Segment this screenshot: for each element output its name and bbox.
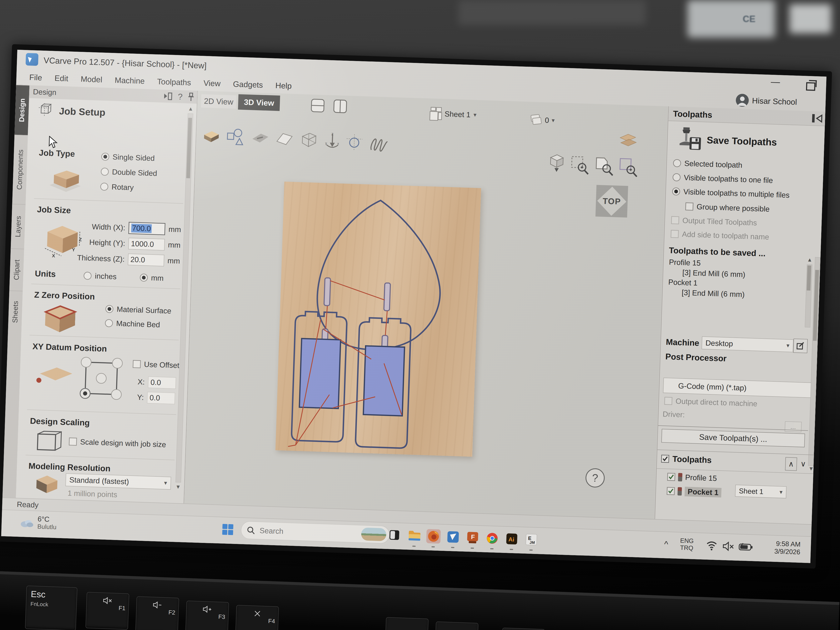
zoom-selection-icon[interactable] bbox=[569, 154, 591, 175]
zzero-material-surface[interactable]: Material Surface bbox=[105, 305, 171, 316]
vcarve-taskbar-icon[interactable] bbox=[446, 530, 460, 544]
material-3d-view[interactable] bbox=[275, 182, 481, 457]
toolpath-row-profile[interactable]: Profile 15 bbox=[667, 472, 717, 483]
volume-muted-icon[interactable] bbox=[722, 541, 734, 551]
widgets-weather[interactable]: 6°C Bulutlu bbox=[19, 514, 57, 531]
radio-mm[interactable] bbox=[140, 273, 148, 282]
jm-app-icon[interactable]: EJM bbox=[524, 532, 538, 547]
chrome-icon[interactable] bbox=[485, 531, 500, 546]
layers-indicator[interactable]: 0 ▼ bbox=[530, 113, 556, 127]
restore-button[interactable] bbox=[806, 82, 815, 91]
sheet-selector[interactable]: Sheet 1 ▼ bbox=[428, 106, 478, 123]
saved-list-scrollbar[interactable] bbox=[805, 264, 812, 327]
search-highlight-image[interactable] bbox=[361, 527, 387, 541]
zoom-in-icon[interactable] bbox=[618, 156, 639, 177]
height-input[interactable]: 1000.0 bbox=[128, 238, 165, 251]
collapse-panel-icon[interactable] bbox=[811, 113, 824, 123]
key-f1[interactable]: F1 bbox=[85, 592, 129, 630]
help-button[interactable]: ? bbox=[585, 468, 605, 488]
menu-help[interactable]: Help bbox=[275, 81, 292, 91]
scale-design-row[interactable]: Scale design with job size bbox=[69, 437, 166, 449]
pin-icon[interactable] bbox=[188, 93, 194, 101]
tab-2d-view[interactable]: 2D View bbox=[201, 94, 236, 109]
thickness-input[interactable]: 20.0 bbox=[128, 254, 164, 267]
zzero-machine-bed[interactable]: Machine Bed bbox=[105, 319, 160, 329]
post-processor-select[interactable]: G-Code (mm) (*.tap)˅ bbox=[663, 378, 821, 398]
key-f3[interactable]: F3 bbox=[185, 601, 229, 630]
radio-multiple-files[interactable] bbox=[672, 187, 680, 196]
edit-machine-button[interactable] bbox=[793, 338, 808, 353]
radio-material-surface[interactable] bbox=[105, 305, 113, 313]
group-checkbox[interactable] bbox=[685, 202, 693, 211]
radio-multiple-files-row[interactable]: Visible toolpaths to multiple files bbox=[672, 187, 790, 200]
canvas-area[interactable]: 2D View 3D View Sheet 1 ▼ bbox=[184, 91, 668, 519]
sidetab-design[interactable]: Design bbox=[14, 85, 30, 135]
radio-inches[interactable] bbox=[84, 272, 92, 280]
toolpaths-scroll-thumb[interactable] bbox=[813, 270, 819, 341]
split-vertical-icon[interactable] bbox=[332, 98, 348, 114]
key-f4[interactable]: F4 bbox=[235, 605, 279, 630]
illustrator-icon[interactable]: Ai bbox=[504, 532, 519, 546]
machine-select[interactable]: Desktop▼ bbox=[701, 336, 794, 352]
radio-rotary[interactable] bbox=[100, 183, 108, 191]
sidetab-clipart[interactable]: Clipart bbox=[9, 248, 24, 291]
radio-double-sided[interactable] bbox=[101, 167, 109, 175]
pocket-checkbox[interactable] bbox=[667, 487, 675, 495]
radio-selected-toolpath-row[interactable]: Selected toolpath bbox=[673, 159, 742, 170]
menu-gadgets[interactable]: Gadgets bbox=[233, 80, 263, 90]
menu-file[interactable]: File bbox=[29, 73, 42, 82]
key-partial[interactable] bbox=[501, 628, 545, 630]
saved-list-scroll-thumb[interactable] bbox=[807, 265, 811, 291]
key-esc[interactable]: Esc FnLock bbox=[25, 586, 77, 630]
units-mm[interactable]: mm bbox=[140, 273, 164, 283]
sidetab-sheets[interactable]: Sheets bbox=[8, 291, 23, 333]
width-input[interactable]: 700.0 bbox=[128, 222, 166, 235]
start-button[interactable] bbox=[220, 522, 235, 537]
manager-header[interactable]: Toolpaths bbox=[661, 454, 712, 465]
datum-position-diagram[interactable] bbox=[79, 356, 124, 401]
key-f2[interactable]: F2 bbox=[136, 596, 179, 630]
manager-sheet-select[interactable]: Sheet 1▼ bbox=[735, 485, 787, 498]
radio-selected-toolpath[interactable] bbox=[673, 159, 681, 167]
use-offset-checkbox[interactable] bbox=[133, 360, 141, 368]
firefox-icon[interactable] bbox=[426, 529, 441, 543]
set-z-datum-icon[interactable]: zyx bbox=[323, 132, 341, 151]
radio-single-sided[interactable] bbox=[101, 153, 109, 161]
task-view-icon[interactable] bbox=[387, 528, 402, 542]
battery-icon[interactable] bbox=[739, 543, 753, 551]
sidetab-components[interactable]: Components bbox=[12, 135, 28, 204]
view-cube-tool-icon[interactable] bbox=[547, 152, 567, 173]
units-inches[interactable]: inches bbox=[84, 271, 117, 281]
draw-shapes-icon[interactable] bbox=[226, 127, 245, 147]
material-setup-icon[interactable] bbox=[617, 130, 638, 151]
menu-model[interactable]: Model bbox=[81, 74, 103, 84]
design-scroll-thumb[interactable] bbox=[186, 118, 192, 178]
scale-design-checkbox[interactable] bbox=[69, 437, 77, 445]
f-app-icon[interactable]: F bbox=[466, 530, 480, 545]
wireframe-box-icon[interactable] bbox=[299, 130, 319, 149]
search-input[interactable] bbox=[259, 526, 339, 538]
menu-view[interactable]: View bbox=[203, 79, 221, 88]
toolpath-row-pocket[interactable]: Pocket 1 bbox=[667, 486, 722, 497]
offset-y-input[interactable]: 0.0 bbox=[147, 392, 175, 404]
job-type-double[interactable]: Double Sided bbox=[101, 167, 157, 178]
split-horizontal-icon[interactable] bbox=[309, 98, 326, 114]
move-up-button[interactable]: ∧ bbox=[785, 457, 797, 471]
wifi-icon[interactable] bbox=[706, 540, 718, 551]
language-indicator[interactable]: ENG TRQ bbox=[680, 537, 694, 552]
sidetab-layers[interactable]: Layers bbox=[11, 204, 25, 249]
menu-machine[interactable]: Machine bbox=[115, 76, 145, 85]
menu-toolpaths[interactable]: Toolpaths bbox=[157, 77, 191, 87]
sculpt-tool-icon[interactable] bbox=[251, 130, 270, 146]
menu-edit[interactable]: Edit bbox=[54, 74, 68, 83]
modeling-resolution-select[interactable]: Standard (fastest)▼ bbox=[65, 473, 171, 490]
toolpaths-master-checkbox[interactable] bbox=[661, 455, 669, 463]
profile-checkbox[interactable] bbox=[667, 473, 675, 481]
use-offset-row[interactable]: Use Offset bbox=[133, 360, 180, 370]
job-type-rotary[interactable]: Rotary bbox=[100, 182, 134, 192]
design-scroll-up[interactable]: ▲ bbox=[188, 106, 194, 112]
file-explorer-icon[interactable] bbox=[407, 528, 422, 543]
move-down-button[interactable]: ∨ bbox=[797, 458, 809, 471]
dock-panel-icon[interactable] bbox=[163, 92, 172, 100]
radio-one-file-row[interactable]: Visible toolpaths to one file bbox=[673, 173, 773, 185]
